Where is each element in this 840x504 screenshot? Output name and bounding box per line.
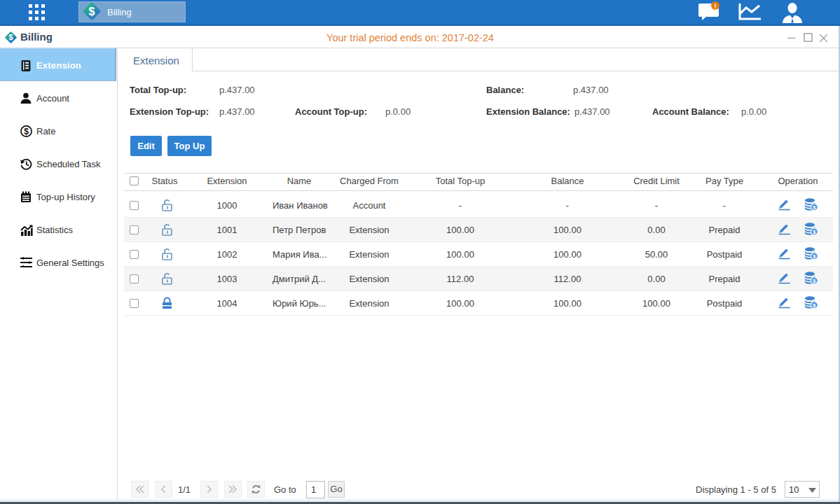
svg-text:$: $ bbox=[89, 6, 95, 18]
svg-text:!: ! bbox=[714, 2, 716, 10]
svg-text:$: $ bbox=[24, 127, 29, 136]
